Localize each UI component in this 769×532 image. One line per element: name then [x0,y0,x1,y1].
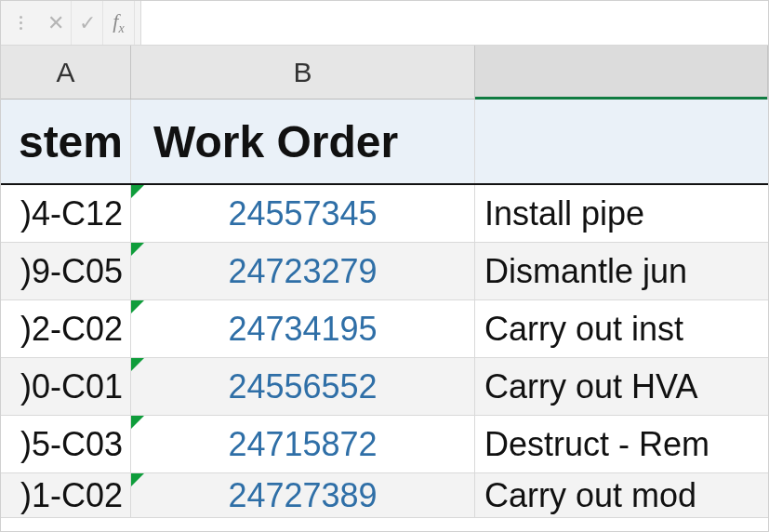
cell-work-order[interactable]: 24727389 [131,473,475,517]
cell-work-order[interactable]: 24723279 [131,243,475,299]
cell-description[interactable]: Install pipe [475,185,768,242]
work-order-link[interactable]: 24715872 [228,425,377,464]
header-cell-description[interactable] [475,100,768,183]
cell-description[interactable]: Carry out mod [475,473,768,517]
work-order-link[interactable]: 24723279 [228,252,377,291]
cell-system[interactable]: )1-C02 [1,473,131,517]
table-row: )9-C0524723279Dismantle jun [1,243,768,300]
column-header-c[interactable] [475,46,768,99]
error-indicator-icon [131,300,144,313]
cell-description[interactable]: Carry out inst [475,300,768,357]
column-header-row: A B [1,46,768,100]
cell-system[interactable]: )2-C02 [1,300,131,357]
work-order-link[interactable]: 24727389 [228,476,377,515]
fx-button[interactable]: fx [103,1,135,45]
cell-work-order[interactable]: 24715872 [131,416,475,472]
table-row: )0-C0124556552Carry out HVA [1,358,768,416]
error-indicator-icon [131,185,144,198]
header-cell-work-order[interactable]: Work Order [131,100,475,183]
cell-system[interactable]: )5-C03 [1,416,131,472]
table-row: )5-C0324715872Destruct - Rem [1,416,768,473]
spreadsheet-grid: stem Work Order )4-C1224557345Install pi… [1,100,768,531]
error-indicator-icon [131,358,144,371]
column-header-b[interactable]: B [131,46,475,99]
table-row: )2-C0224734195Carry out inst [1,300,768,358]
x-icon: ✕ [47,11,64,35]
app-window: ✕ ✓ fx A B stem Work Order )4-C122455734… [0,0,769,532]
column-header-a[interactable]: A [1,46,131,99]
work-order-link[interactable]: 24734195 [228,310,377,349]
table-header-row: stem Work Order [1,100,768,185]
work-order-link[interactable]: 24556552 [228,367,377,406]
error-indicator-icon [131,416,144,429]
enter-button[interactable]: ✓ [72,1,103,45]
cell-work-order[interactable]: 24734195 [131,300,475,357]
cell-work-order[interactable]: 24557345 [131,185,475,242]
fx-icon: fx [113,9,124,36]
header-cell-system[interactable]: stem [1,100,131,183]
error-indicator-icon [131,243,144,256]
cell-system[interactable]: )9-C05 [1,243,131,299]
cancel-button[interactable]: ✕ [40,1,72,45]
formula-bar-grip-icon [20,1,27,45]
cell-description[interactable]: Dismantle jun [475,243,768,299]
check-icon: ✓ [79,11,96,35]
cell-work-order[interactable]: 24556552 [131,358,475,415]
cell-system[interactable]: )4-C12 [1,185,131,242]
cell-system[interactable]: )0-C01 [1,358,131,415]
cell-description[interactable]: Carry out HVA [475,358,768,415]
work-order-link[interactable]: 24557345 [228,194,377,233]
error-indicator-icon [131,473,144,486]
table-row: )1-C0224727389Carry out mod [1,473,768,518]
cell-description[interactable]: Destruct - Rem [475,416,768,472]
table-row: )4-C1224557345Install pipe [1,185,768,243]
formula-input[interactable] [140,1,768,45]
formula-bar: ✕ ✓ fx [1,1,768,46]
